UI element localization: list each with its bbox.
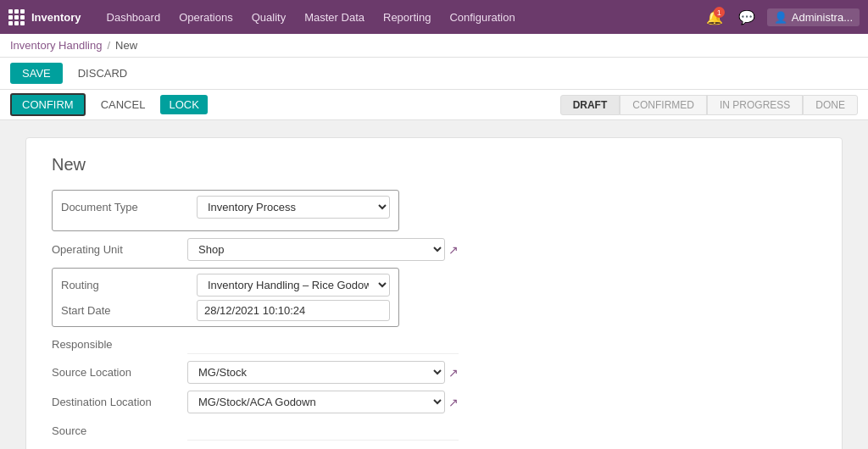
source-location-row: Source Location MG/Stock ↗ <box>52 361 816 384</box>
routing-select[interactable]: Inventory Handling – Rice Godown T... <box>197 274 390 297</box>
app-logo[interactable]: Inventory <box>8 9 81 25</box>
grid-icon <box>8 9 25 25</box>
document-type-select[interactable]: Inventory Process <box>197 196 390 219</box>
primary-action-bar: SAVE DISCARD <box>0 58 868 90</box>
breadcrumb-current: New <box>115 39 137 52</box>
document-type-row: Document Type Inventory Process <box>61 196 390 219</box>
breadcrumb-parent[interactable]: Inventory Handling <box>10 39 102 52</box>
nav-menu: Dashboard Operations Quality Master Data… <box>98 8 703 27</box>
document-type-group: Document Type Inventory Process <box>52 190 399 231</box>
source-row: Source <box>52 420 816 441</box>
routing-start-date-group: Routing Inventory Handling – Rice Godown… <box>52 268 399 327</box>
responsible-field <box>187 334 459 354</box>
source-location-select[interactable]: MG/Stock <box>187 361 445 384</box>
notification-badge: 1 <box>714 7 725 18</box>
nav-item-reporting[interactable]: Reporting <box>375 8 439 27</box>
save-button[interactable]: SAVE <box>10 63 63 84</box>
user-icon: 👤 <box>774 11 787 24</box>
source-location-label: Source Location <box>52 366 187 379</box>
document-type-label: Document Type <box>61 201 197 213</box>
destination-location-row: Destination Location MG/Stock/ACA Godown… <box>52 391 816 413</box>
user-menu-button[interactable]: 👤 Administra... <box>767 8 860 26</box>
breadcrumb-separator: / <box>107 39 110 52</box>
user-label: Administra... <box>792 11 853 24</box>
source-label: Source <box>52 424 187 437</box>
lock-button[interactable]: LOCK <box>160 95 207 114</box>
form-card: New Document Type Inventory Process Oper… <box>25 137 843 449</box>
chat-button[interactable]: 💬 <box>735 5 759 29</box>
responsible-row: Responsible <box>52 334 816 354</box>
operating-unit-external-link-icon[interactable]: ↗ <box>448 243 459 257</box>
start-date-input[interactable] <box>197 300 390 321</box>
routing-label: Routing <box>61 279 197 291</box>
form-title: New <box>52 155 816 175</box>
source-location-external-link-icon[interactable]: ↗ <box>448 366 459 380</box>
app-title: Inventory <box>31 11 81 24</box>
cancel-button[interactable]: CANCEL <box>92 95 154 114</box>
status-draft[interactable]: DRAFT <box>560 95 620 115</box>
routing-row: Routing Inventory Handling – Rice Godown… <box>61 274 390 297</box>
chat-icon: 💬 <box>738 9 755 25</box>
topbar-right: 🔔 1 💬 👤 Administra... <box>703 5 860 29</box>
destination-location-select[interactable]: MG/Stock/ACA Godown <box>187 391 445 413</box>
confirm-button[interactable]: CONFIRM <box>10 93 86 116</box>
notification-button[interactable]: 🔔 1 <box>703 5 726 29</box>
destination-location-field: MG/Stock/ACA Godown ↗ <box>187 391 459 413</box>
start-date-label: Start Date <box>61 304 197 317</box>
routing-field: Inventory Handling – Rice Godown T... <box>197 274 390 297</box>
status-pipeline: DRAFT CONFIRMED IN PROGRESS DONE <box>560 95 858 115</box>
nav-item-operations[interactable]: Operations <box>170 8 242 27</box>
secondary-action-bar: CONFIRM CANCEL LOCK DRAFT CONFIRMED IN P… <box>0 90 868 120</box>
start-date-row: Start Date <box>61 300 390 321</box>
operating-unit-select[interactable]: Shop <box>187 238 445 261</box>
nav-item-dashboard[interactable]: Dashboard <box>98 8 170 27</box>
destination-location-external-link-icon[interactable]: ↗ <box>448 396 459 409</box>
responsible-label: Responsible <box>52 338 187 351</box>
discard-button[interactable]: DISCARD <box>70 63 136 84</box>
nav-item-master-data[interactable]: Master Data <box>296 8 373 27</box>
responsible-input[interactable] <box>187 334 459 354</box>
source-input[interactable] <box>187 420 459 441</box>
operating-unit-label: Operating Unit <box>52 243 187 256</box>
breadcrumb: Inventory Handling / New <box>0 34 868 58</box>
main-content: New Document Type Inventory Process Oper… <box>0 120 868 449</box>
source-field <box>187 420 459 441</box>
source-location-field: MG/Stock ↗ <box>187 361 459 384</box>
topbar: Inventory Dashboard Operations Quality M… <box>0 0 868 34</box>
nav-item-quality[interactable]: Quality <box>243 8 294 27</box>
status-confirmed[interactable]: CONFIRMED <box>620 95 707 115</box>
operating-unit-row: Operating Unit Shop ↗ <box>52 238 816 261</box>
document-type-field: Inventory Process <box>197 196 390 219</box>
operating-unit-field: Shop ↗ <box>187 238 459 261</box>
destination-location-label: Destination Location <box>52 396 187 408</box>
start-date-field <box>197 300 390 321</box>
nav-item-configuration[interactable]: Configuration <box>441 8 523 27</box>
status-done[interactable]: DONE <box>803 95 858 115</box>
status-in-progress[interactable]: IN PROGRESS <box>707 95 803 115</box>
